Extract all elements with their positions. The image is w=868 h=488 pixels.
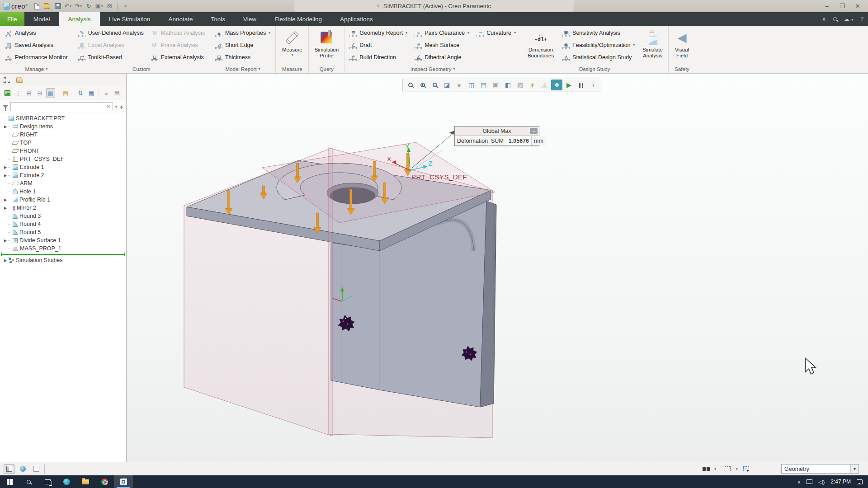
simulation-probe-button[interactable]: Simulation Probe: [311, 27, 342, 65]
select-preview-icon[interactable]: [741, 464, 751, 474]
dimension-boundaries-button[interactable]: ↔-dl+ Dimension Boundaries: [523, 27, 558, 65]
datum-display-icon[interactable]: +: [527, 80, 538, 90]
column-display-icon[interactable]: ▦: [87, 88, 96, 98]
visual-field-button[interactable]: ◀ Visual Field: [670, 27, 694, 65]
shading-style-icon[interactable]: ●: [453, 80, 465, 90]
open-file-button[interactable]: [42, 2, 52, 11]
saved-analysis-button[interactable]: ▤Saved Analysis: [2, 39, 71, 51]
filter-sort-icon[interactable]: ⇅: [76, 88, 85, 98]
feasibility-optimization-button[interactable]: ◉Feasibility/Optimization▾: [559, 39, 638, 51]
thickness-button[interactable]: ⊟Thickness: [212, 51, 274, 63]
tree-item-round-3[interactable]: –Round 3: [0, 212, 126, 220]
clear-filter-icon[interactable]: ✕: [106, 104, 110, 110]
expand-all-icon[interactable]: ⊞: [24, 88, 33, 98]
help-icon[interactable]: ?: [860, 16, 863, 22]
curvature-button[interactable]: ∽Curvature▾: [473, 27, 519, 39]
regenerate-button[interactable]: ↻: [84, 2, 93, 11]
tab-file[interactable]: File: [0, 12, 24, 26]
tree-item-divide-surface-1[interactable]: ▶–Divide Surface 1: [0, 236, 126, 244]
saved-orientations-icon[interactable]: ◫: [466, 80, 477, 90]
volume-icon[interactable]: ◁): [818, 479, 825, 485]
window-manager-button[interactable]: ▣▾: [94, 2, 104, 11]
restore-button[interactable]: ❐: [835, 0, 850, 12]
prime-analysis-button[interactable]: M'Prime Analysis: [148, 39, 208, 51]
tree-settings-icon[interactable]: ▤: [61, 88, 70, 98]
expand-icon[interactable]: ▶: [3, 258, 8, 263]
save-button[interactable]: [53, 2, 62, 11]
display-style-icon[interactable]: ◧: [502, 80, 514, 90]
folder-browser-tab-icon[interactable]: [16, 78, 23, 83]
build-direction-button[interactable]: ↱Build Direction: [346, 51, 410, 63]
tree-item-front[interactable]: –FRONT: [0, 147, 126, 155]
web-browser-icon[interactable]: [17, 464, 28, 474]
group-label-inspect-geometry[interactable]: Inspect Geometry▾: [346, 65, 519, 73]
tree-item-extrude-1[interactable]: ▶–Extrude 1: [0, 163, 126, 171]
section-display-icon[interactable]: ▨: [514, 80, 526, 90]
tree-filter-input[interactable]: [13, 103, 106, 110]
search-caret-icon[interactable]: ▾: [714, 467, 717, 471]
redo-button[interactable]: ↷▾: [74, 2, 83, 11]
tab-applications[interactable]: Applications: [331, 12, 382, 26]
selection-cube-icon[interactable]: [3, 88, 12, 98]
tree-item-prt-csys-def[interactable]: –PRT_CSYS_DEF: [0, 155, 126, 163]
simulate-analysis-button[interactable]: ↓↓↓≡ Simulate Analysis: [639, 27, 666, 65]
combo-caret-icon[interactable]: ▼: [850, 465, 859, 473]
mathcad-analysis-button[interactable]: MMathcad Analysis: [148, 27, 208, 39]
analysis-button[interactable]: x/Analysis: [2, 27, 71, 39]
tree-options-icon[interactable]: ▤: [113, 88, 122, 98]
geometry-report-button[interactable]: ≣Geometry Report▾: [346, 27, 410, 39]
undo-button[interactable]: ↶▾: [63, 2, 72, 11]
expand-icon[interactable]: ▶: [3, 165, 8, 169]
tree-item-simulation-studies[interactable]: ▶Simulation Studies: [0, 256, 126, 264]
tree-item-round-4[interactable]: –Round 4: [0, 220, 126, 228]
selection-box-icon[interactable]: [722, 464, 733, 474]
expand-icon[interactable]: ▶: [3, 206, 8, 210]
simulation-display-icon[interactable]: ❖: [551, 80, 562, 90]
tab-analysis[interactable]: Analysis: [59, 12, 100, 26]
add-filter-icon[interactable]: +: [119, 103, 123, 111]
toolkit-based-button[interactable]: ⇄Toolkit-Based: [75, 51, 147, 63]
measure-button[interactable]: Measure▾: [278, 27, 307, 65]
filter-caret-icon[interactable]: ▾: [115, 104, 118, 109]
tree-item-mirror-2[interactable]: ▶–)(Mirror 2: [0, 204, 126, 212]
minimize-button[interactable]: –: [819, 0, 835, 12]
collapse-ribbon-icon[interactable]: ∧: [822, 16, 826, 22]
search-model-icon[interactable]: [701, 464, 712, 474]
tab-view[interactable]: View: [234, 12, 265, 26]
start-button[interactable]: [0, 475, 19, 488]
new-file-button[interactable]: [32, 2, 41, 11]
blank-page-icon[interactable]: [31, 464, 42, 474]
refit-icon[interactable]: [405, 80, 416, 90]
expand-icon[interactable]: ▶: [3, 174, 8, 178]
collapse-title-icon[interactable]: ˅: [377, 4, 380, 9]
tree-item-simbracket[interactable]: SIMBRACKET.PRT: [0, 114, 126, 122]
zoom-out-icon[interactable]: [429, 80, 440, 90]
creo-taskbar-button[interactable]: [114, 475, 133, 488]
annotation-display-icon[interactable]: ◬: [539, 80, 550, 90]
mesh-surface-button[interactable]: #Mesh Surface: [411, 39, 472, 51]
expand-icon[interactable]: ▶: [3, 239, 8, 243]
short-edge-button[interactable]: ⊿Short Edge: [212, 39, 274, 51]
tab-flexible-modeling[interactable]: Flexible Modeling: [265, 12, 331, 26]
group-label-model-report[interactable]: Model Report▾: [212, 65, 274, 73]
network-icon[interactable]: [807, 479, 812, 484]
pause-icon[interactable]: [576, 80, 587, 90]
filter-funnel-icon[interactable]: [3, 105, 8, 108]
learning-center-icon[interactable]: ▾: [844, 16, 853, 22]
user-defined-analysis-button[interactable]: ✎User-Defined Analysis: [75, 27, 147, 39]
hidden-icons-chevron[interactable]: ∧: [797, 479, 801, 484]
overflow-icon[interactable]: »: [102, 88, 111, 98]
tree-item-right[interactable]: –RIGHT: [0, 131, 126, 139]
stop-icon[interactable]: ◗: [588, 80, 599, 90]
statistical-design-study-button[interactable]: ΛStatistical Design Study: [559, 51, 638, 63]
simulate-play-icon[interactable]: ▶: [563, 80, 575, 90]
mass-properties-button[interactable]: ▲Mass Properties▾: [212, 27, 274, 39]
tree-item-design-items[interactable]: ▶–Design Items: [0, 122, 126, 131]
tab-live-simulation[interactable]: Live Simulation: [100, 12, 160, 26]
panel-toggle-icon[interactable]: [4, 464, 14, 474]
selection-caret-icon[interactable]: ▾: [736, 467, 738, 471]
global-max-annotation[interactable]: Global Max – Deformation_SUM 1.05676 mm: [454, 126, 539, 146]
tree-item-arm[interactable]: –ARM: [0, 179, 126, 188]
show-columns-icon[interactable]: ▥: [46, 88, 55, 98]
expand-icon[interactable]: ▶: [3, 198, 8, 202]
